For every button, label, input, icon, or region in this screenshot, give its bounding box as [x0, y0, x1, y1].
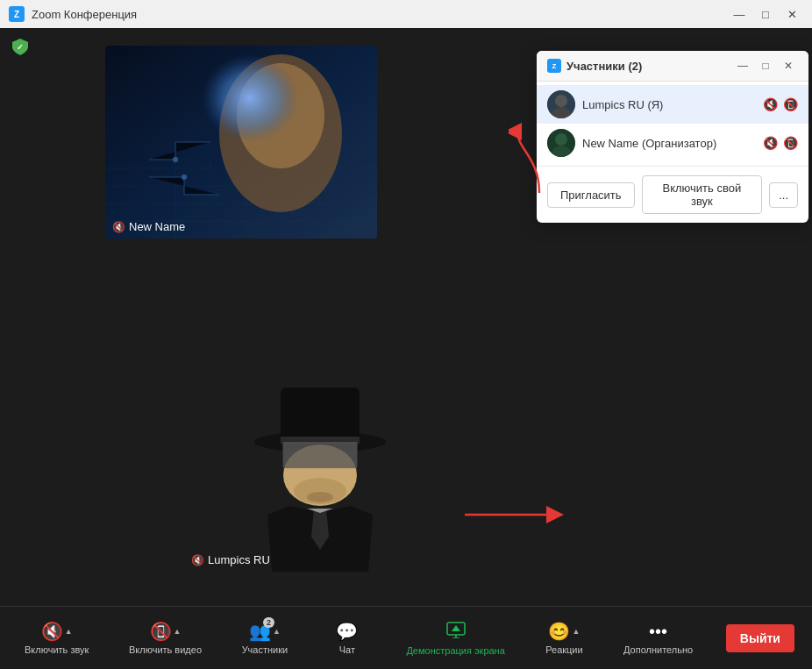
- participant-name-newname: New Name (Организатор): [582, 137, 756, 150]
- share-label: Демонстрация экрана: [406, 645, 504, 656]
- participants-button[interactable]: 👥 2 ▲ Участники: [235, 616, 296, 660]
- svg-point-16: [182, 174, 187, 180]
- participant-list: Lumpics RU (Я) 🔇 📵 New Name (Организатор…: [537, 82, 808, 166]
- participant-item-newname[interactable]: New Name (Организатор) 🔇 📵: [537, 124, 808, 162]
- video-cell-lumpics: 🔇 Lumpics RU: [184, 370, 456, 572]
- participants-chevron-icon: ▲: [273, 627, 281, 636]
- participants-badge: 2: [263, 617, 274, 628]
- audio-muted-icon: 🔇: [41, 621, 63, 642]
- panel-zoom-icon: Z: [547, 59, 561, 73]
- panel-maximize-button[interactable]: □: [756, 58, 775, 74]
- svg-text:✓: ✓: [17, 43, 24, 52]
- panel-window-controls: — □ ✕: [733, 58, 798, 74]
- video-button[interactable]: 📵 ▲ Включить видео: [122, 616, 209, 660]
- share-icon: [445, 621, 467, 643]
- share-screen-button[interactable]: Демонстрация экрана: [399, 616, 511, 661]
- svg-point-15: [173, 157, 178, 162]
- panel-header: Z Участники (2) — □ ✕: [537, 51, 808, 82]
- main-area: ✓: [0, 28, 812, 606]
- video-label-lumpics: 🔇 Lumpics RU: [191, 553, 270, 566]
- participant-name-video-bottom: Lumpics RU: [208, 553, 270, 566]
- chat-label: Чат: [339, 644, 355, 655]
- cam-muted-icon-newname: 📵: [783, 136, 798, 150]
- panel-footer: Пригласить Включить свой звук ...: [537, 166, 808, 223]
- chat-button[interactable]: 💬 Чат: [321, 616, 374, 660]
- svg-text:Z: Z: [552, 62, 557, 70]
- panel-minimize-button[interactable]: —: [733, 58, 752, 74]
- video-label-new-name: 🔇 New Name: [112, 220, 185, 233]
- window-controls: — □ ✕: [728, 5, 803, 23]
- audio-label: Включить звук: [25, 644, 89, 655]
- title-bar: Z Zoom Конференция — □ ✕: [0, 0, 812, 28]
- video-cell-new-name: 🔇 New Name: [105, 46, 377, 238]
- more-button[interactable]: ••• Дополнительно: [616, 616, 700, 660]
- participant-name-lumpics: Lumpics RU (Я): [582, 98, 756, 111]
- shield-icon: ✓: [11, 37, 30, 60]
- annotation-arrow-up: [509, 123, 557, 201]
- svg-rect-19: [281, 388, 360, 445]
- svg-point-34: [555, 95, 567, 107]
- window-title: Zoom Конференция: [32, 8, 728, 21]
- svg-point-25: [307, 492, 333, 502]
- invite-button[interactable]: Пригласить: [547, 182, 635, 208]
- audio-button[interactable]: 🔇 ▲ Включить звук: [18, 616, 96, 660]
- audio-chevron-icon: ▲: [65, 627, 73, 636]
- participant-name-video-top: New Name: [129, 220, 185, 233]
- mute-icon-lumpics: 🔇: [191, 554, 204, 566]
- more-label: Дополнительно: [623, 644, 693, 655]
- annotation-arrow-right: [456, 502, 570, 531]
- svg-text:Z: Z: [14, 10, 19, 19]
- participant-icons-lumpics: 🔇 📵: [763, 97, 798, 111]
- toolbar: 🔇 ▲ Включить звук 📵 ▲ Включить видео 👥 2…: [0, 606, 812, 669]
- video-muted-icon: 📵: [150, 621, 172, 642]
- mic-muted-icon-newname: 🔇: [763, 136, 778, 150]
- mute-icon-new-name: 🔇: [112, 221, 125, 233]
- participant-icons-newname: 🔇 📵: [763, 136, 798, 150]
- more-options-button[interactable]: ...: [769, 182, 798, 208]
- svg-rect-23: [283, 442, 357, 468]
- panel-close-button[interactable]: ✕: [779, 58, 798, 74]
- svg-point-37: [555, 133, 567, 146]
- participants-label: Участники: [242, 644, 288, 655]
- svg-marker-40: [452, 625, 460, 631]
- participants-panel: Z Участники (2) — □ ✕ L: [537, 51, 808, 223]
- app-icon: Z: [9, 6, 25, 22]
- reactions-chevron-icon: ▲: [572, 627, 580, 636]
- participants-icon: 👥 2: [249, 621, 271, 642]
- video-bg-tech: [105, 46, 377, 238]
- cam-muted-icon-lumpics: 📵: [783, 97, 798, 111]
- minimize-button[interactable]: —: [728, 5, 751, 23]
- maximize-button[interactable]: □: [754, 5, 777, 23]
- video-bg-person: [184, 370, 456, 572]
- unmute-all-button[interactable]: Включить свой звук: [642, 175, 763, 214]
- mic-muted-icon-lumpics: 🔇: [763, 97, 778, 111]
- exit-button[interactable]: Выйти: [726, 624, 794, 652]
- chat-icon: 💬: [336, 621, 358, 642]
- video-chevron-icon: ▲: [174, 627, 182, 636]
- close-button[interactable]: ✕: [780, 5, 803, 23]
- svg-point-14: [202, 54, 298, 142]
- reactions-button[interactable]: 😊 ▲ Реакции: [538, 616, 590, 660]
- reactions-label: Реакции: [545, 644, 583, 655]
- participant-item-lumpics[interactable]: Lumpics RU (Я) 🔇 📵: [537, 85, 808, 124]
- participant-avatar-lumpics: [547, 90, 575, 118]
- reactions-icon: 😊: [548, 621, 570, 642]
- video-label: Включить видео: [129, 644, 202, 655]
- panel-title: Участники (2): [566, 60, 728, 73]
- more-icon: •••: [649, 622, 667, 642]
